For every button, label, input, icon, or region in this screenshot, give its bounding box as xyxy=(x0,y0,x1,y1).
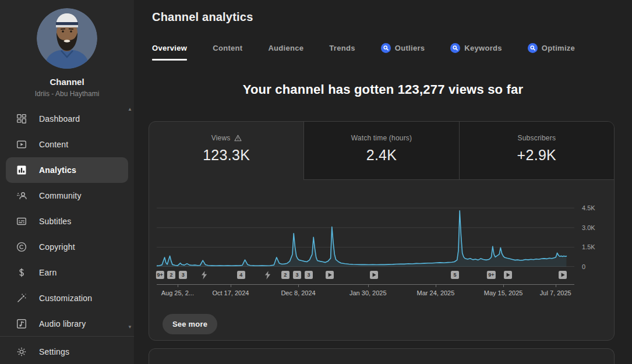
youtube-studio-analytics-screen: Channel Idriis - Abu Haythami ▲ ▼ Dashbo… xyxy=(0,0,632,364)
tab-overview[interactable]: Overview xyxy=(152,43,187,61)
tab-label: Content xyxy=(213,44,242,52)
metric-label: Subscribers xyxy=(518,134,556,142)
sidebar-item-customization[interactable]: Customization xyxy=(6,285,128,311)
sidebar-item-subtitles[interactable]: Subtitles xyxy=(6,208,128,234)
video-marker-play[interactable] xyxy=(370,271,378,279)
metric-tab-views[interactable]: Views 123.3K xyxy=(149,122,303,180)
sidebar-item-label: Copyright xyxy=(39,242,75,252)
chart-x-axis-labels: Aug 25, 2...Oct 17, 2024Dec 8, 2024Jan 3… xyxy=(157,289,574,298)
video-marker-badge[interactable]: 9+ xyxy=(156,271,164,279)
video-marker-badge[interactable]: 3 xyxy=(305,271,313,279)
video-marker-badge[interactable]: 5 xyxy=(451,271,459,279)
analytics-tabs: Overview Content Audience Trends Outlier… xyxy=(152,43,575,61)
next-card-top-edge xyxy=(149,348,615,364)
sidebar-item-community[interactable]: Community xyxy=(6,183,128,208)
tab-label: Optimize xyxy=(542,44,575,52)
community-icon xyxy=(16,190,27,202)
sidebar-item-earn[interactable]: Earn xyxy=(6,260,128,285)
views-series-line xyxy=(157,211,566,266)
x-axis-tick xyxy=(178,285,178,287)
x-axis-label: Jul 7, 2025 xyxy=(540,289,571,296)
video-publish-markers: 9+23423359+ xyxy=(157,271,574,280)
warning-icon xyxy=(234,135,242,142)
sidebar-item-label: Subtitles xyxy=(39,217,72,226)
tab-audience[interactable]: Audience xyxy=(268,43,303,61)
sidebar-item-audio-library[interactable]: Audio library xyxy=(6,311,128,337)
sidebar-item-label: Content xyxy=(39,140,68,149)
video-marker-play[interactable] xyxy=(326,271,334,279)
tab-label: Overview xyxy=(152,44,187,52)
tab-label: Trends xyxy=(329,44,355,52)
sidebar-item-label: Earn xyxy=(39,268,57,277)
x-axis-tick xyxy=(368,285,369,287)
tab-label: Keywords xyxy=(464,44,502,52)
channel-handle: Idriis - Abu Haythami xyxy=(0,90,134,98)
tab-label: Outliers xyxy=(395,44,425,52)
tab-content[interactable]: Content xyxy=(213,43,242,61)
y-axis-label: 4.5K xyxy=(582,204,595,211)
y-axis-label: 1.5K xyxy=(582,243,595,250)
video-marker-badge[interactable]: 9+ xyxy=(487,271,495,279)
main-content: Channel analytics Overview Content Audie… xyxy=(134,0,632,364)
x-axis-label: Oct 17, 2024 xyxy=(212,289,249,296)
x-axis-label: May 15, 2025 xyxy=(484,289,523,296)
sidebar-item-analytics[interactable]: Analytics xyxy=(6,157,128,183)
subtitles-icon xyxy=(16,215,27,227)
sidebar-item-label: Dashboard xyxy=(39,114,80,123)
metric-value: 2.4K xyxy=(304,147,458,164)
sidebar-item-settings[interactable]: Settings xyxy=(6,339,128,364)
metric-tab-subscribers[interactable]: Subscribers +2.9K xyxy=(460,122,614,180)
sidebar-item-label: Audio library xyxy=(39,319,86,328)
video-marker-play[interactable] xyxy=(504,271,512,279)
video-marker-badge[interactable]: 2 xyxy=(281,271,289,279)
chart-x-axis xyxy=(157,284,574,288)
video-marker-shorts[interactable] xyxy=(264,271,271,280)
channel-name: Channel xyxy=(0,77,134,87)
metric-tabs-row: Views 123.3K Watch time (hours) 2.4K Sub… xyxy=(149,122,614,180)
research-icon xyxy=(381,43,391,53)
research-icon xyxy=(528,43,538,53)
video-marker-badge[interactable]: 3 xyxy=(179,271,187,279)
metric-tab-watch-time[interactable]: Watch time (hours) 2.4K xyxy=(303,122,459,180)
see-more-button[interactable]: See more xyxy=(163,314,217,334)
dashboard-icon xyxy=(16,113,27,125)
video-marker-badge[interactable]: 4 xyxy=(237,271,245,279)
x-axis-tick xyxy=(503,285,504,287)
sidebar: Channel Idriis - Abu Haythami ▲ ▼ Dashbo… xyxy=(0,0,134,364)
audio-library-icon xyxy=(16,318,27,330)
tab-keywords[interactable]: Keywords xyxy=(450,43,502,61)
customization-icon xyxy=(16,292,27,304)
avatar-image xyxy=(37,8,97,69)
copyright-icon xyxy=(16,241,27,253)
views-line-chart[interactable] xyxy=(157,202,574,267)
metric-label: Watch time (hours) xyxy=(351,134,412,142)
analytics-icon xyxy=(16,164,27,176)
video-marker-badge[interactable]: 3 xyxy=(293,271,301,279)
earn-icon xyxy=(16,267,27,278)
sidebar-item-content[interactable]: Content xyxy=(6,132,128,157)
metric-label: Views xyxy=(211,134,231,142)
video-marker-badge[interactable]: 2 xyxy=(167,271,175,279)
metric-value: 123.3K xyxy=(149,147,303,164)
tab-outliers[interactable]: Outliers xyxy=(381,43,425,61)
views-series-area xyxy=(157,211,566,267)
sidebar-item-label: Community xyxy=(39,191,82,200)
research-icon xyxy=(450,43,460,53)
x-axis-tick xyxy=(556,285,556,287)
sidebar-divider xyxy=(0,336,134,337)
x-axis-label: Jan 30, 2025 xyxy=(349,289,387,296)
sidebar-settings-section: Settings xyxy=(0,339,134,364)
x-axis-tick xyxy=(231,285,231,287)
sidebar-item-dashboard[interactable]: Dashboard xyxy=(6,106,128,132)
tab-trends[interactable]: Trends xyxy=(329,43,355,61)
sidebar-item-label: Settings xyxy=(39,347,69,356)
y-axis-label: 3.0K xyxy=(582,224,595,231)
video-marker-shorts[interactable] xyxy=(201,271,207,280)
sidebar-item-label: Customization xyxy=(39,294,92,303)
video-marker-play[interactable] xyxy=(559,271,567,279)
page-title: Channel analytics xyxy=(152,10,253,24)
channel-avatar[interactable] xyxy=(37,8,97,69)
sidebar-item-label: Analytics xyxy=(39,165,76,175)
sidebar-item-copyright[interactable]: Copyright xyxy=(6,234,128,260)
tab-optimize[interactable]: Optimize xyxy=(528,43,575,61)
